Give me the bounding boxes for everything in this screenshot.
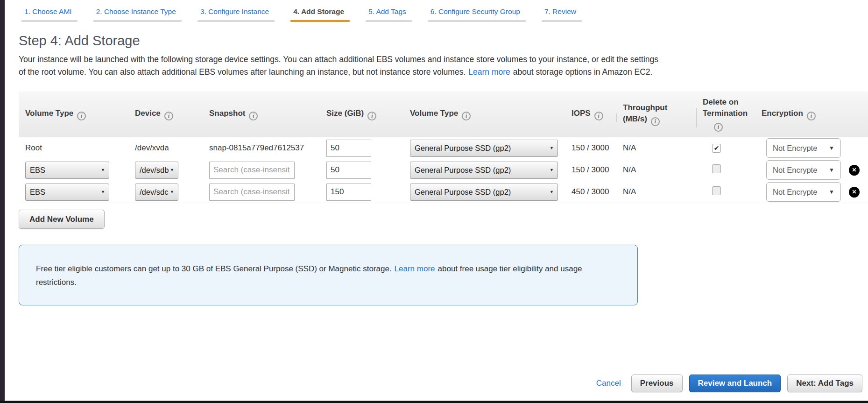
- throughput-value: N/A: [616, 165, 696, 175]
- free-tier-notice: Free tier eligible customers can get up …: [19, 245, 638, 305]
- size-input[interactable]: [326, 140, 371, 157]
- header-device: Devicei: [128, 108, 203, 120]
- notice-text: Free tier eligible customers can get up …: [36, 264, 392, 273]
- tab-underline: [198, 20, 275, 22]
- tab-label: 4. Add Storage: [290, 7, 350, 20]
- dropdown-arrow-icon: ▼: [829, 189, 834, 195]
- header-volume-type-2: Volume Typei: [403, 108, 565, 120]
- cancel-link[interactable]: Cancel: [596, 379, 621, 388]
- intro-text-after: about storage options in Amazon EC2.: [513, 67, 653, 77]
- volume-type-value: Root: [19, 143, 128, 153]
- header-volume-type: Volume Typei: [19, 108, 128, 120]
- info-icon[interactable]: i: [249, 112, 258, 120]
- iops-value: 150 / 3000: [565, 143, 616, 153]
- device-select[interactable]: /dev/sdc ▼: [135, 184, 178, 201]
- next-add-tags-button[interactable]: Next: Add Tags: [787, 375, 862, 392]
- remove-volume-button[interactable]: ✕: [849, 165, 860, 176]
- encryption-select[interactable]: Not Encrypte ▼: [766, 138, 841, 158]
- device-value: /dev/xvda: [128, 143, 203, 153]
- iops-value: 150 / 3000: [565, 165, 616, 175]
- bottom-dark-bar: [0, 401, 868, 403]
- learn-more-link[interactable]: Learn more: [395, 264, 435, 273]
- delete-on-termination-checkbox[interactable]: [712, 186, 721, 195]
- info-icon[interactable]: i: [164, 112, 173, 120]
- info-icon[interactable]: i: [77, 112, 86, 120]
- snapshot-value: snap-0815a779ed7612537: [203, 143, 320, 153]
- select-arrow-icon: ▼: [101, 190, 105, 194]
- storage-table: Volume Typei Devicei Snapshoti Size (GiB…: [19, 92, 868, 203]
- page-title: Step 4: Add Storage: [19, 33, 868, 49]
- tab-configure-instance[interactable]: 3. Configure Instance: [198, 7, 275, 22]
- header-size: Size (GiB)i: [320, 108, 403, 120]
- encryption-select[interactable]: Not Encrypte ▼: [766, 160, 841, 180]
- select-arrow-icon: ▼: [101, 168, 105, 172]
- tab-label: 6. Configure Security Group: [428, 7, 526, 20]
- header-throughput: Throughput (MB/s)i: [616, 102, 696, 126]
- table-row-sdc: EBS ▼ /dev/sdc ▼ General Purpose SSD (gp…: [19, 181, 868, 203]
- previous-button[interactable]: Previous: [631, 375, 683, 392]
- tab-label: 5. Add Tags: [366, 7, 412, 20]
- intro-paragraph: Your instance will be launched with the …: [19, 53, 659, 78]
- snapshot-search-input[interactable]: [209, 184, 295, 201]
- tab-underline: [21, 20, 78, 22]
- review-and-launch-button[interactable]: Review and Launch: [689, 375, 781, 392]
- tab-add-storage[interactable]: 4. Add Storage: [290, 7, 350, 22]
- storage-table-header: Volume Typei Devicei Snapshoti Size (GiB…: [19, 92, 868, 137]
- header-snapshot: Snapshoti: [203, 108, 320, 120]
- tab-underline: [428, 20, 526, 22]
- volume-type-option-select[interactable]: General Purpose SSD (gp2) ▼: [410, 184, 558, 201]
- iops-value: 450 / 3000: [565, 187, 616, 197]
- volume-type-option-select[interactable]: General Purpose SSD (gp2) ▼: [410, 140, 558, 157]
- tab-label: 7. Review: [542, 7, 582, 20]
- throughput-value: N/A: [616, 143, 696, 153]
- tab-configure-security-group[interactable]: 6. Configure Security Group: [428, 7, 526, 22]
- dropdown-arrow-icon: ▼: [829, 145, 834, 151]
- select-arrow-icon: ▼: [550, 168, 554, 172]
- dropdown-arrow-icon: ▼: [829, 167, 834, 173]
- select-arrow-icon: ▼: [170, 190, 174, 194]
- tab-review[interactable]: 7. Review: [542, 7, 582, 22]
- header-iops: IOPSi: [565, 108, 616, 120]
- header-delete-on-termination: Delete on Terminationi: [696, 97, 755, 132]
- volume-type-select[interactable]: EBS ▼: [25, 184, 109, 201]
- size-input[interactable]: [326, 162, 371, 179]
- left-dark-bar: [0, 0, 5, 403]
- remove-volume-button[interactable]: ✕: [849, 187, 860, 198]
- table-row-root: Root /dev/xvda snap-0815a779ed7612537 Ge…: [19, 137, 868, 159]
- select-arrow-icon: ▼: [170, 168, 174, 172]
- delete-on-termination-checkbox[interactable]: [712, 164, 721, 173]
- device-select[interactable]: /dev/sdb ▼: [135, 162, 178, 179]
- volume-type-option-select[interactable]: General Purpose SSD (gp2) ▼: [410, 162, 558, 179]
- snapshot-search-input[interactable]: [209, 162, 295, 179]
- tab-underline: [93, 20, 182, 22]
- volume-type-select[interactable]: EBS ▼: [25, 162, 109, 179]
- select-arrow-icon: ▼: [550, 190, 554, 194]
- size-input[interactable]: [326, 184, 371, 201]
- tab-label: 1. Choose AMI: [21, 7, 78, 20]
- info-icon[interactable]: i: [651, 117, 660, 126]
- tab-underline: [366, 20, 412, 22]
- delete-on-termination-checkbox[interactable]: ✔: [712, 144, 721, 153]
- select-arrow-icon: ▼: [550, 146, 554, 150]
- info-icon[interactable]: i: [594, 112, 603, 120]
- wizard-content: 1. Choose AMI 2. Choose Instance Type 3.…: [5, 0, 868, 305]
- tab-choose-ami[interactable]: 1. Choose AMI: [21, 7, 78, 22]
- tab-add-tags[interactable]: 5. Add Tags: [366, 7, 412, 22]
- tab-choose-instance-type[interactable]: 2. Choose Instance Type: [93, 7, 182, 22]
- info-icon[interactable]: i: [462, 112, 471, 120]
- wizard-step-tabs: 1. Choose AMI 2. Choose Instance Type 3.…: [21, 0, 868, 22]
- encryption-select[interactable]: Not Encrypte ▼: [766, 182, 841, 202]
- throughput-value: N/A: [616, 187, 696, 197]
- tab-label: 2. Choose Instance Type: [93, 7, 182, 20]
- header-encryption: Encryptioni: [755, 108, 840, 120]
- wizard-footer: Cancel Previous Review and Launch Next: …: [596, 375, 862, 392]
- learn-more-link[interactable]: Learn more: [468, 67, 510, 77]
- info-icon[interactable]: i: [714, 123, 723, 132]
- tab-underline: [542, 20, 582, 22]
- table-row-sdb: EBS ▼ /dev/sdb ▼ General Purpose SSD (gp…: [19, 159, 868, 181]
- tab-underline-active: [290, 20, 350, 22]
- tab-label: 3. Configure Instance: [198, 7, 275, 20]
- info-icon[interactable]: i: [807, 112, 816, 120]
- info-icon[interactable]: i: [367, 112, 376, 120]
- add-new-volume-button[interactable]: Add New Volume: [19, 210, 105, 229]
